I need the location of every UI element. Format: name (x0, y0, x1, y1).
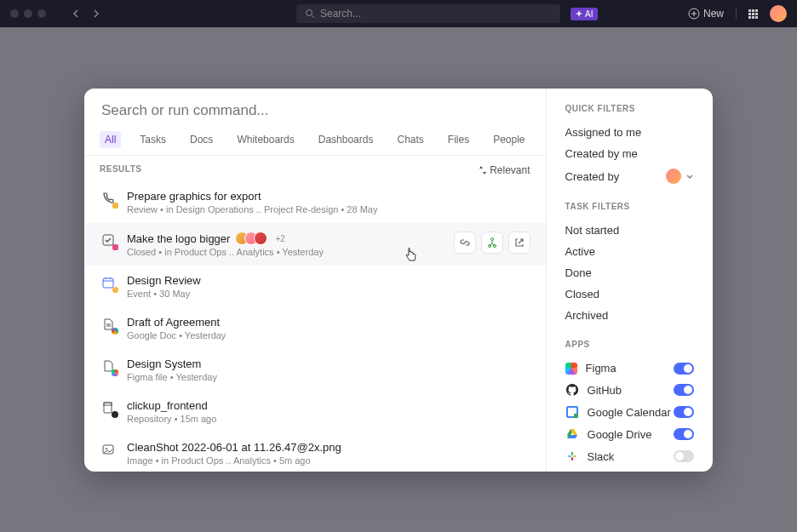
filters-panel: QUICK FILTERS Assigned to me Created by … (547, 89, 713, 472)
sort-icon (479, 165, 487, 175)
result-meta: Review • in Design Operations .. Project… (127, 204, 530, 215)
user-avatar[interactable] (770, 5, 787, 22)
link-icon (459, 237, 471, 249)
result-title: Prepare graphics for export (127, 190, 261, 203)
results-header: RESULTS Relevant (84, 156, 546, 181)
result-tabs: All Tasks Docs Whiteboards Dashboards Ch… (84, 124, 546, 156)
result-meta: Image • in Product Ops .. Analytics • 5m… (127, 455, 530, 466)
github-icon (565, 383, 579, 397)
gcal-icon (565, 405, 579, 419)
filter-created-by[interactable]: Created by (565, 164, 694, 188)
global-search[interactable]: Search... (296, 4, 560, 23)
filter-done[interactable]: Done (565, 262, 694, 283)
app-name: Google Drive (588, 428, 652, 441)
result-title: Design System (127, 358, 201, 370)
result-meta: Event • 30 May (127, 289, 530, 299)
result-item[interactable]: Prepare graphics for export Review • in … (84, 181, 546, 223)
toggle-slack[interactable] (674, 450, 694, 462)
tab-docs[interactable]: Docs (185, 131, 218, 148)
svg-rect-20 (571, 457, 573, 460)
task-filters-label: TASK FILTERS (565, 202, 694, 211)
assignee-avatars (235, 232, 267, 245)
sort-button[interactable]: Relevant (479, 164, 530, 176)
ai-badge[interactable]: AI (571, 8, 598, 20)
results-label: RESULTS (100, 164, 141, 176)
calendar-event-icon (100, 274, 117, 291)
figma-icon (565, 363, 577, 375)
apps-grid-icon[interactable] (748, 9, 758, 19)
check-task-icon (100, 232, 117, 249)
figma-file-icon (100, 358, 117, 375)
sparkle-icon (576, 10, 582, 17)
chevron-down-icon (685, 172, 694, 180)
new-button[interactable]: New (688, 8, 724, 20)
app-slack: Slack (565, 445, 694, 467)
subtask-button[interactable] (481, 232, 503, 254)
close-window-icon[interactable] (10, 9, 19, 18)
tab-chats[interactable]: Chats (392, 131, 428, 148)
maximize-window-icon[interactable] (37, 9, 46, 18)
filter-archived[interactable]: Archived (565, 305, 694, 326)
filter-closed[interactable]: Closed (565, 283, 694, 305)
tab-tasks[interactable]: Tasks (135, 131, 171, 148)
result-item[interactable]: Design Review Event • 30 May (84, 266, 546, 307)
result-meta: Figma file • Yesterday (127, 372, 530, 382)
toggle-gcal[interactable] (674, 406, 694, 418)
svg-rect-19 (571, 452, 573, 455)
tab-dashboards[interactable]: Dashboards (313, 131, 379, 148)
tab-people[interactable]: People (488, 131, 530, 148)
tab-all[interactable]: All (100, 131, 121, 148)
result-meta: Google Doc • Yesterday (127, 330, 530, 340)
status-dot (112, 287, 118, 293)
repository-icon (100, 399, 117, 416)
plus-circle-icon (688, 8, 700, 20)
result-meta: Closed • in Product Ops .. Analytics • Y… (127, 247, 444, 257)
copy-link-button[interactable] (454, 232, 476, 254)
filter-created-by-me[interactable]: Created by me (565, 143, 694, 164)
tab-whiteboards[interactable]: Whiteboards (232, 131, 299, 148)
app-name: Slack (588, 450, 615, 463)
minimize-window-icon[interactable] (24, 9, 32, 18)
assignee-overflow: +2 (275, 234, 284, 243)
toggle-figma[interactable] (674, 363, 694, 375)
result-item[interactable]: Make the logo bigger +2 Closed • in Prod… (84, 223, 546, 266)
image-file-icon (100, 441, 117, 458)
branch-icon (486, 237, 498, 249)
app-figma: Figma (565, 358, 694, 379)
command-input[interactable] (84, 89, 546, 124)
filter-label: Created by (565, 170, 620, 183)
filter-not-started[interactable]: Not started (565, 220, 694, 241)
svg-rect-14 (104, 403, 112, 405)
svg-rect-17 (568, 455, 571, 457)
app-name: GitHub (588, 384, 622, 397)
assignee-avatar (254, 232, 267, 245)
new-label: New (703, 8, 724, 20)
tab-files[interactable]: Files (443, 131, 474, 148)
result-title: Draft of Agreement (127, 316, 220, 329)
open-external-icon (513, 237, 525, 249)
topbar: Search... AI New (0, 0, 797, 27)
svg-point-4 (490, 238, 493, 241)
created-by-avatar (666, 169, 681, 184)
search-icon (305, 9, 315, 19)
gdrive-icon (565, 427, 579, 441)
filter-assigned-to-me[interactable]: Assigned to me (565, 122, 694, 143)
filter-active[interactable]: Active (565, 241, 694, 262)
status-dot (112, 244, 118, 250)
toggle-gdrive[interactable] (674, 428, 694, 440)
result-item[interactable]: Draft of Agreement Google Doc • Yesterda… (84, 307, 546, 349)
command-palette-main: All Tasks Docs Whiteboards Dashboards Ch… (84, 89, 547, 472)
nav-forward-icon[interactable] (89, 7, 102, 20)
apps-label: APPS (565, 340, 694, 349)
open-button[interactable] (508, 232, 530, 254)
divider (736, 8, 737, 20)
google-badge-icon (112, 328, 118, 335)
command-palette: All Tasks Docs Whiteboards Dashboards Ch… (84, 89, 713, 472)
result-item[interactable]: CleanShot 2022-06-01 at 11.26.47@2x.png … (84, 432, 546, 472)
nav-arrows (70, 7, 102, 20)
result-item[interactable]: Design System Figma file • Yesterday (84, 349, 546, 391)
result-item[interactable]: clickup_frontend Repository • 15m ago (84, 391, 546, 432)
svg-point-0 (307, 10, 312, 16)
toggle-github[interactable] (674, 384, 694, 396)
nav-back-icon[interactable] (70, 7, 83, 20)
